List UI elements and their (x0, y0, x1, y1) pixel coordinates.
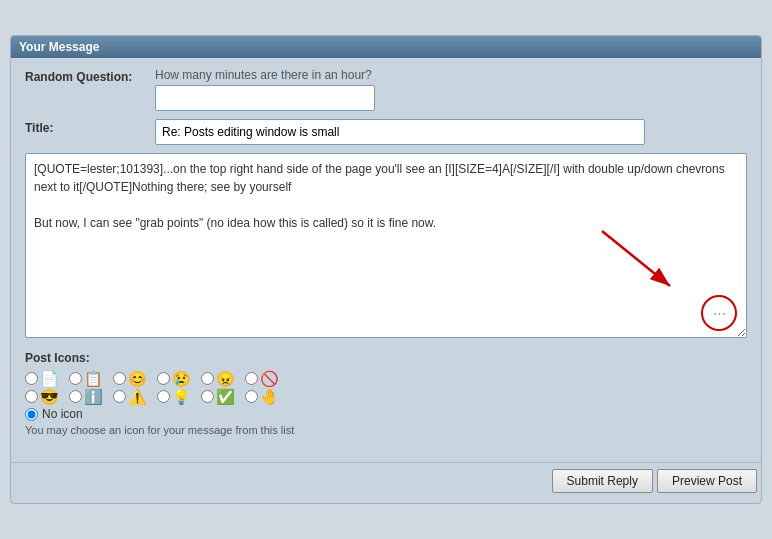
icon-option-2[interactable]: 📋 (69, 371, 103, 386)
random-question-row: Random Question: How many minutes are th… (25, 68, 747, 111)
icon-radio-6[interactable] (245, 372, 258, 385)
icon-radio-9[interactable] (113, 390, 126, 403)
post-icon-forbidden: 🚫 (260, 371, 279, 386)
post-icon-check: ✅ (216, 389, 235, 404)
panel-header: Your Message (11, 36, 761, 58)
post-icon-hand: 🤚 (260, 389, 279, 404)
random-question-text: How many minutes are there in an hour? (155, 68, 747, 82)
icon-radio-8[interactable] (69, 390, 82, 403)
footer-buttons: Submit Reply Preview Post (11, 462, 761, 493)
no-icon-label: No icon (42, 407, 83, 421)
post-icons-label: Post Icons: (25, 351, 747, 365)
icon-option-4[interactable]: 😢 (157, 371, 191, 386)
icon-option-7[interactable]: 😎 (25, 389, 59, 404)
icon-row-1: 📄 📋 😊 😢 😠 (25, 371, 747, 386)
no-icon-row: No icon (25, 407, 747, 421)
icon-option-1[interactable]: 📄 (25, 371, 59, 386)
message-textarea[interactable]: [QUOTE=lester;101393]...on the top right… (25, 153, 747, 338)
icon-help-text: You may choose an icon for your message … (25, 424, 747, 436)
icon-radio-1[interactable] (25, 372, 38, 385)
title-label: Title: (25, 119, 155, 135)
post-icon-angry: 😠 (216, 371, 235, 386)
post-icon-warning: ⚠️ (128, 389, 147, 404)
icon-option-11[interactable]: ✅ (201, 389, 235, 404)
post-icon-info: ℹ️ (84, 389, 103, 404)
icon-radio-3[interactable] (113, 372, 126, 385)
preview-post-button[interactable]: Preview Post (657, 469, 757, 493)
random-question-input[interactable] (155, 85, 375, 111)
panel-title: Your Message (19, 40, 99, 54)
icon-option-8[interactable]: ℹ️ (69, 389, 103, 404)
icon-radio-10[interactable] (157, 390, 170, 403)
no-icon-radio[interactable] (25, 408, 38, 421)
icon-radio-11[interactable] (201, 390, 214, 403)
icon-radio-4[interactable] (157, 372, 170, 385)
post-icon-doc: 📄 (40, 371, 59, 386)
post-icon-sad: 😢 (172, 371, 191, 386)
post-icon-cool: 😎 (40, 389, 59, 404)
post-icon-clipboard: 📋 (84, 371, 103, 386)
icon-option-3[interactable]: 😊 (113, 371, 147, 386)
icon-option-6[interactable]: 🚫 (245, 371, 279, 386)
title-field-container (155, 119, 747, 145)
post-icon-smile: 😊 (128, 371, 147, 386)
panel-body: Random Question: How many minutes are th… (11, 58, 761, 454)
submit-reply-button[interactable]: Submit Reply (552, 469, 653, 493)
post-icon-bulb: 💡 (172, 389, 191, 404)
icon-row-2: 😎 ℹ️ ⚠️ 💡 ✅ (25, 389, 747, 404)
icon-radio-2[interactable] (69, 372, 82, 385)
icon-option-9[interactable]: ⚠️ (113, 389, 147, 404)
icon-option-12[interactable]: 🤚 (245, 389, 279, 404)
icon-radio-5[interactable] (201, 372, 214, 385)
random-question-label: Random Question: (25, 68, 155, 84)
icon-radio-7[interactable] (25, 390, 38, 403)
title-input[interactable] (155, 119, 645, 145)
message-panel: Your Message Random Question: How many m… (10, 35, 762, 504)
title-row: Title: (25, 119, 747, 145)
icon-option-5[interactable]: 😠 (201, 371, 235, 386)
random-question-field: How many minutes are there in an hour? (155, 68, 747, 111)
post-icons-section: Post Icons: 📄 📋 😊 😢 (25, 351, 747, 436)
icon-option-10[interactable]: 💡 (157, 389, 191, 404)
icon-radio-12[interactable] (245, 390, 258, 403)
message-area-container: [QUOTE=lester;101393]...on the top right… (25, 153, 747, 341)
